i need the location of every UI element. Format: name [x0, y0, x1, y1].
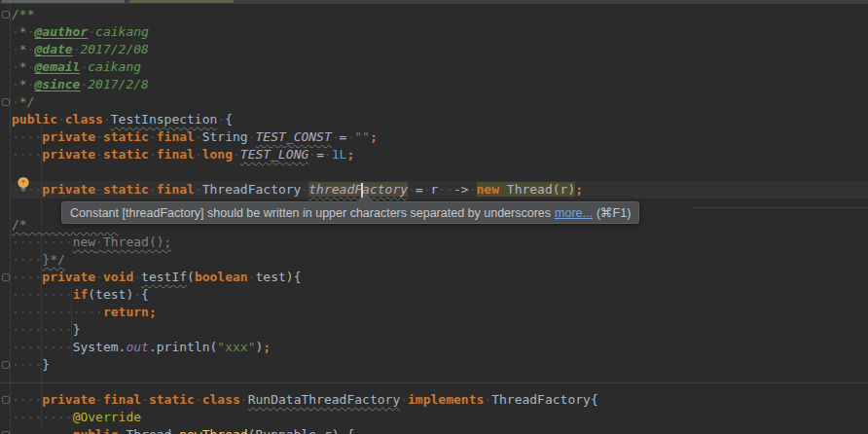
intention-bulb-icon[interactable]	[15, 175, 32, 193]
code-line[interactable]: ········@Override	[12, 409, 868, 426]
whitespace-dot: ·	[248, 129, 256, 144]
code-line[interactable]: ····private·static·final·ThreadFactory·t…	[12, 181, 868, 199]
whitespace-dot: ·	[19, 392, 27, 407]
whitespace-dot: ·	[149, 147, 157, 162]
whitespace-dot: ·	[12, 59, 19, 74]
whitespace-dot: ·	[217, 112, 225, 127]
whitespace-dot: ·	[438, 182, 446, 197]
whitespace-dot: ·	[12, 147, 19, 162]
whitespace-dot: ·	[12, 322, 19, 337]
code-line[interactable]: public·class·TestInspection·{	[12, 111, 868, 128]
code-line[interactable]: ·*/	[12, 93, 868, 111]
whitespace-dot: ·	[50, 427, 57, 434]
fold-marker-icon[interactable]	[2, 98, 10, 106]
code-line[interactable]: ········public·Thread·newThread(Runnable…	[12, 426, 868, 434]
code-line[interactable]: ····private·final·static·class·RunDataTh…	[12, 391, 868, 409]
whitespace-dot: ·	[133, 287, 141, 302]
whitespace-dot: ·	[12, 77, 19, 91]
whitespace-dot: ·	[42, 410, 50, 424]
whitespace-dot: ·	[50, 287, 57, 302]
whitespace-dot: ·	[73, 42, 81, 56]
whitespace-dot: ·	[42, 322, 50, 337]
code-line[interactable]: ········}	[12, 321, 868, 339]
whitespace-dot: ·	[12, 410, 19, 424]
whitespace-dot: ·	[12, 252, 19, 267]
whitespace-dot: ·	[12, 42, 19, 56]
whitespace-dot: ·	[57, 287, 65, 302]
whitespace-dot: ·	[12, 357, 19, 372]
whitespace-dot: ·	[19, 270, 27, 284]
code-line[interactable]: ········if(test)·{	[12, 286, 868, 304]
whitespace-dot: ·	[12, 129, 19, 144]
code-line[interactable]: ····private·static·final·long·TEST_LONG·…	[12, 146, 868, 163]
whitespace-dot: ·	[95, 182, 103, 197]
whitespace-dot: ·	[65, 410, 73, 424]
whitespace-dot: ·	[42, 287, 50, 302]
more-link[interactable]: more...	[555, 206, 593, 220]
fold-marker-icon[interactable]	[2, 11, 10, 18]
whitespace-dot: ·	[42, 235, 50, 249]
whitespace-dot: ·	[95, 392, 103, 407]
whitespace-dot: ·	[65, 235, 73, 249]
whitespace-dot: ·	[19, 410, 27, 424]
whitespace-dot: ·	[57, 305, 65, 319]
whitespace-dot: ·	[42, 427, 50, 434]
whitespace-dot: ·	[80, 77, 88, 91]
whitespace-dot: ·	[119, 427, 127, 434]
code-line[interactable]: ·*·@since·2017/2/8	[12, 76, 868, 93]
code-line[interactable]: ········System.out.println("xxx");	[12, 339, 868, 356]
whitespace-dot: ·	[332, 129, 340, 144]
whitespace-dot: ·	[80, 59, 88, 74]
tooltip-shortcut: (⌘F1)	[597, 205, 631, 220]
whitespace-dot: ·	[95, 147, 103, 162]
code-line[interactable]: ····private·static·final·String·TEST_CON…	[12, 128, 868, 146]
whitespace-dot: ·	[65, 322, 73, 337]
method-separator	[694, 207, 868, 208]
whitespace-dot: ·	[65, 340, 73, 354]
whitespace-dot: ·	[233, 147, 240, 162]
whitespace-dot: ·	[88, 305, 95, 319]
code-line[interactable]: ····private·void·testIf(boolean·test){	[12, 269, 868, 286]
whitespace-dot: ·	[103, 112, 111, 127]
whitespace-dot: ·	[195, 392, 202, 407]
code-line[interactable]: /**	[12, 6, 868, 23]
whitespace-dot: ·	[57, 410, 65, 424]
fold-marker-icon[interactable]	[2, 361, 10, 369]
whitespace-dot: ·	[240, 392, 248, 407]
code-line[interactable]: ····}*/	[12, 251, 868, 269]
tab-indicator[interactable]	[2, 0, 125, 3]
whitespace-dot: ·	[12, 427, 19, 434]
whitespace-dot: ·	[12, 235, 19, 249]
code-line[interactable]: ····}	[12, 356, 868, 374]
code-line[interactable]: ········new·Thread();	[12, 234, 868, 251]
whitespace-dot: ·	[484, 392, 491, 407]
tab-indicator[interactable]	[129, 0, 234, 3]
whitespace-dot: ·	[19, 147, 27, 162]
fold-marker-icon[interactable]	[2, 396, 10, 404]
code-line[interactable]: ·*·@email·caikang	[12, 58, 868, 76]
whitespace-dot: ·	[308, 147, 316, 162]
ide-editor-window: /**·*·@author·caikang·*·@date·2017/2/08·…	[0, 0, 868, 434]
whitespace-dot: ·	[34, 357, 42, 372]
whitespace-dot: ·	[499, 182, 507, 197]
whitespace-dot: ·	[195, 147, 202, 162]
whitespace-dot: ·	[12, 24, 19, 39]
code-line[interactable]: ·*·@date·2017/2/08	[12, 41, 868, 58]
whitespace-dot: ·	[65, 287, 73, 302]
whitespace-dot: ·	[12, 270, 19, 284]
whitespace-dot: ·	[324, 147, 332, 162]
whitespace-dot: ·	[195, 182, 202, 197]
fold-marker-icon[interactable]	[2, 273, 10, 281]
whitespace-dot: ·	[149, 129, 157, 144]
whitespace-dot: ·	[95, 129, 103, 144]
whitespace-dot: ·	[19, 305, 27, 319]
whitespace-dot: ·	[446, 182, 453, 197]
whitespace-dot: ·	[195, 129, 202, 144]
code-line[interactable]	[12, 163, 868, 181]
code-line[interactable]: ············return;	[12, 304, 868, 321]
whitespace-dot: ·	[19, 357, 27, 372]
whitespace-dot: ·	[19, 287, 27, 302]
code-line[interactable]: ·*·@author·caikang	[12, 23, 868, 41]
whitespace-dot: ·	[50, 235, 57, 249]
whitespace-dot: ·	[50, 340, 57, 354]
